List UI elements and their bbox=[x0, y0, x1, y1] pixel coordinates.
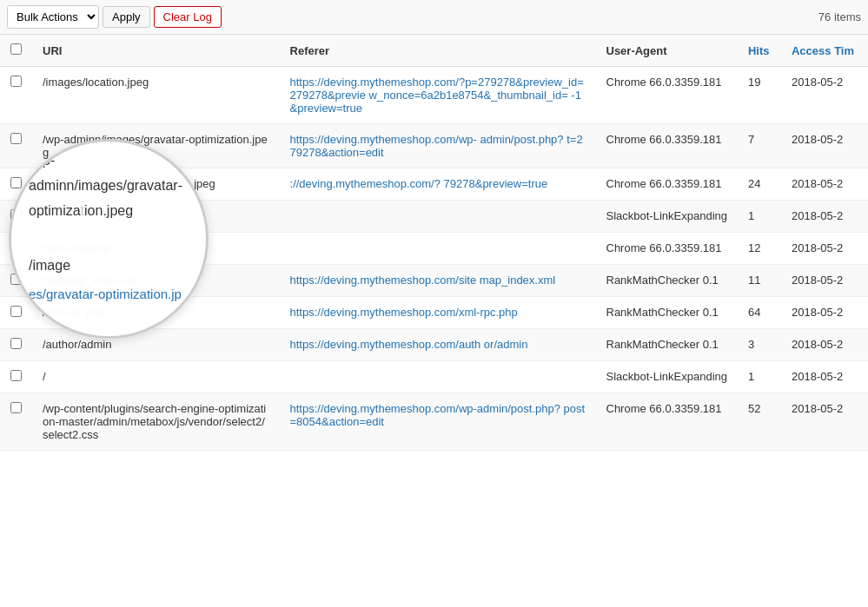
hits-cell: 11 bbox=[738, 265, 781, 297]
useragent-cell: RankMathChecker 0.1 bbox=[596, 297, 738, 329]
useragent-cell: RankMathChecker 0.1 bbox=[596, 329, 738, 361]
useragent-cell: Chrome 66.0.3359.181 bbox=[596, 67, 738, 124]
col-hits[interactable]: Hits bbox=[738, 35, 781, 67]
table-row: /author/adminhttps://deving.mythemeshop.… bbox=[0, 329, 868, 361]
table-row: /sitemap_index.xmlhttps://deving.mytheme… bbox=[0, 265, 868, 297]
row-checkbox[interactable] bbox=[10, 370, 22, 381]
table-header-row: URI Referer User-Agent Hits Access Tim bbox=[0, 35, 868, 67]
uri-cell: /sitemap_index.xml bbox=[32, 265, 280, 297]
referer-cell[interactable]: https://deving.mythemeshop.com/wp- admin… bbox=[280, 124, 596, 168]
col-access-time[interactable]: Access Tim bbox=[781, 35, 868, 67]
table-row: /seo-checkupChrome 66.0.3359.181122018-0… bbox=[0, 233, 868, 265]
referer-cell[interactable]: https://deving.mythemeshop.com/wp-admin/… bbox=[280, 393, 596, 451]
table-row: /Slackbot-LinkExpanding12018-05-2 bbox=[0, 361, 868, 393]
row-checkbox[interactable] bbox=[10, 338, 22, 349]
apply-button[interactable]: Apply bbox=[103, 6, 150, 28]
table-wrapper: /wp-adminn/images/gravatar- optimization… bbox=[0, 35, 868, 451]
table-row: /images/gravatar-optimization.jpeg://dev… bbox=[0, 168, 868, 201]
uri-cell: /author/admin bbox=[32, 329, 280, 361]
table-row: /xml-rpc.phphttps://deving.mythemeshop.c… bbox=[0, 297, 868, 329]
items-count: 76 items bbox=[818, 10, 861, 23]
hits-cell: 64 bbox=[738, 297, 781, 329]
col-uri: URI bbox=[32, 35, 280, 67]
useragent-cell: Slackbot-LinkExpanding bbox=[596, 201, 738, 233]
useragent-cell: Chrome 66.0.3359.181 bbox=[596, 233, 738, 265]
hits-cell: 1 bbox=[738, 201, 781, 233]
uri-cell: / bbox=[32, 201, 280, 233]
col-checkbox bbox=[0, 35, 32, 67]
access-time-cell: 2018-05-2 bbox=[781, 265, 868, 297]
row-checkbox[interactable] bbox=[10, 402, 22, 413]
table-row: /wp-adminn/images/gravatar-optimization.… bbox=[0, 124, 868, 168]
access-time-cell: 2018-05-2 bbox=[781, 201, 868, 233]
row-checkbox[interactable] bbox=[10, 177, 22, 188]
access-time-cell: 2018-05-2 bbox=[781, 124, 868, 168]
row-checkbox[interactable] bbox=[10, 133, 22, 144]
table-row: /wp-content/plugins/search-engine-optimi… bbox=[0, 393, 868, 451]
log-table: URI Referer User-Agent Hits Access Tim /… bbox=[0, 35, 868, 451]
hits-cell: 24 bbox=[738, 168, 781, 201]
referer-cell[interactable] bbox=[280, 233, 596, 265]
referer-cell[interactable]: https://deving.mythemeshop.com/auth or/a… bbox=[280, 329, 596, 361]
referer-cell[interactable]: https://deving.mythemeshop.com/?p=279278… bbox=[280, 67, 596, 124]
uri-cell: /images/location.jpeg bbox=[32, 67, 280, 124]
uri-cell: /wp-content/plugins/search-engine-optimi… bbox=[32, 393, 280, 451]
col-referer: Referer bbox=[280, 35, 596, 67]
access-time-cell: 2018-05-2 bbox=[781, 67, 868, 124]
access-time-cell: 2018-05-2 bbox=[781, 233, 868, 265]
hits-cell: 19 bbox=[738, 67, 781, 124]
uri-cell: / bbox=[32, 361, 280, 393]
access-time-cell: 2018-05-2 bbox=[781, 168, 868, 201]
bulk-actions-select[interactable]: Bulk Actions bbox=[7, 5, 99, 29]
select-all-checkbox[interactable] bbox=[10, 43, 22, 55]
useragent-cell: Slackbot-LinkExpanding bbox=[596, 361, 738, 393]
referer-cell[interactable] bbox=[280, 201, 596, 233]
referer-cell[interactable]: ://deving.mythemeshop.com/? 79278&previe… bbox=[280, 168, 596, 201]
referer-cell[interactable]: https://deving.mythemeshop.com/xml-rpc.p… bbox=[280, 297, 596, 329]
hits-cell: 52 bbox=[738, 393, 781, 451]
toolbar-left: Bulk Actions Apply Clear Log bbox=[7, 5, 222, 29]
uri-cell: /wp-adminn/images/gravatar-optimization.… bbox=[32, 124, 280, 168]
access-time-cell: 2018-05-2 bbox=[781, 297, 868, 329]
referer-cell[interactable]: https://deving.mythemeshop.com/site map_… bbox=[280, 265, 596, 297]
access-time-cell: 2018-05-2 bbox=[781, 393, 868, 451]
clear-log-button[interactable]: Clear Log bbox=[154, 6, 222, 28]
row-checkbox[interactable] bbox=[10, 76, 22, 87]
useragent-cell: RankMathChecker 0.1 bbox=[596, 265, 738, 297]
access-time-cell: 2018-05-2 bbox=[781, 329, 868, 361]
useragent-cell: Chrome 66.0.3359.181 bbox=[596, 168, 738, 201]
row-checkbox[interactable] bbox=[10, 274, 22, 285]
row-checkbox[interactable] bbox=[10, 306, 22, 317]
useragent-cell: Chrome 66.0.3359.181 bbox=[596, 393, 738, 451]
col-useragent: User-Agent bbox=[596, 35, 738, 67]
referer-cell[interactable] bbox=[280, 361, 596, 393]
uri-cell: /images/gravatar-optimization.jpeg bbox=[32, 168, 280, 201]
table-row: /Slackbot-LinkExpanding12018-05-2 bbox=[0, 201, 868, 233]
access-time-cell: 2018-05-2 bbox=[781, 361, 868, 393]
row-checkbox[interactable] bbox=[10, 209, 22, 221]
hits-cell: 3 bbox=[738, 329, 781, 361]
table-row: /images/location.jpeghttps://deving.myth… bbox=[0, 67, 868, 124]
hits-cell: 7 bbox=[738, 124, 781, 168]
hits-cell: 1 bbox=[738, 361, 781, 393]
uri-cell: /xml-rpc.php bbox=[32, 297, 280, 329]
row-checkbox[interactable] bbox=[10, 241, 22, 253]
toolbar: Bulk Actions Apply Clear Log 76 items bbox=[0, 0, 868, 35]
hits-cell: 12 bbox=[738, 233, 781, 265]
uri-cell: /seo-checkup bbox=[32, 233, 280, 265]
useragent-cell: Chrome 66.0.3359.181 bbox=[596, 124, 738, 168]
